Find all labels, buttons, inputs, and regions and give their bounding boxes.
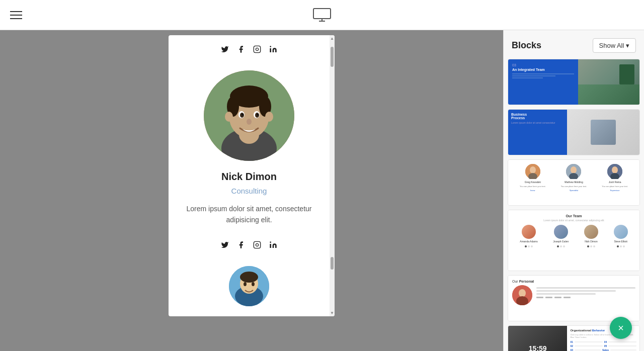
twitter-icon-bottom[interactable] xyxy=(221,241,229,251)
card-scrollbar[interactable]: ▲ ▼ xyxy=(330,35,335,316)
org-num-r1: 04 xyxy=(604,340,607,343)
org-list-item-2: 02 05 xyxy=(570,344,636,347)
close-icon: × xyxy=(618,322,624,334)
our-team-dots-4 xyxy=(617,245,625,247)
twitter-icon-top[interactable] xyxy=(221,45,229,55)
svg-point-41 xyxy=(519,289,526,297)
scroll-up-arrow[interactable]: ▲ xyxy=(330,35,335,42)
svg-point-35 xyxy=(571,166,577,173)
facebook-icon-bottom[interactable] xyxy=(237,241,245,251)
org-list-item-3: 03 Sales xyxy=(570,348,636,351)
org-time: 15:59 xyxy=(529,344,547,351)
our-team-avatar-1 xyxy=(522,225,536,239)
card-inner: Nick Dimon Consulting Lorem ipsum dolor … xyxy=(169,35,335,316)
our-team-dots-3 xyxy=(587,245,595,247)
person-name: Nick Dimon xyxy=(184,171,314,183)
scroll-down-arrow[interactable]: ▼ xyxy=(330,310,335,316)
scroll-thumb-top[interactable] xyxy=(331,47,334,67)
team-name-1: Greg Kowalski xyxy=(525,181,541,184)
our-team-member-2: Joseph Galen xyxy=(553,225,569,247)
our-team-member-4: Steve Elliott xyxy=(614,225,628,247)
canvas-area: ▲ ▼ xyxy=(0,30,503,351)
thumb-business-process: BusinessProcess Lorem ipsum dolor sit am… xyxy=(508,110,639,155)
scroll-track xyxy=(330,42,335,310)
profile-card: ▲ ▼ xyxy=(169,35,335,316)
instagram-icon-top[interactable] xyxy=(253,45,261,55)
our-team-dots-2 xyxy=(557,245,565,247)
template-our-team[interactable]: Our Team Lorem ipsum dolor sit amet, con… xyxy=(508,210,640,271)
show-all-button[interactable]: Show All ▾ xyxy=(593,38,636,53)
our-team-title: Our Team xyxy=(512,214,635,218)
avatar-preview-small xyxy=(229,266,269,306)
header-center xyxy=(313,8,331,22)
svg-point-17 xyxy=(242,114,244,116)
monitor-icon xyxy=(313,8,331,22)
our-team-sub: Lorem ipsum dolor sit amet, consectetur … xyxy=(512,219,635,222)
svg-point-24 xyxy=(270,241,271,243)
svg-point-19 xyxy=(247,119,252,125)
team-role-1: You can place here your text. xyxy=(520,185,546,188)
team-link-3: Supervisor xyxy=(610,189,620,192)
thumb-our-personal: Our Personal xyxy=(508,276,639,321)
person-bio: Lorem ipsum dolor sit amet, consectetur … xyxy=(184,203,314,226)
avatar xyxy=(204,70,294,161)
org-text-r1 xyxy=(608,341,636,342)
org-text-r3 xyxy=(610,349,636,350)
template-our-personal[interactable]: Our Personal xyxy=(508,275,640,321)
svg-rect-0 xyxy=(313,9,331,19)
org-num-r3: Sales xyxy=(602,348,609,351)
linkedin-icon-bottom[interactable] xyxy=(269,241,277,251)
thumb-integrated-team: 03 An Integrated Team xyxy=(508,59,639,105)
our-team-dots-1 xyxy=(525,245,533,247)
svg-point-5 xyxy=(270,46,271,47)
team-member-1: Greg Kowalski You can place here your te… xyxy=(520,164,546,192)
social-icons-top xyxy=(184,35,314,65)
facebook-icon-top[interactable] xyxy=(237,45,245,55)
main-layout: ▲ ▼ xyxy=(0,30,644,351)
our-team-row: Amanda Adams Joseph Galen xyxy=(512,225,635,247)
template-business-process[interactable]: BusinessProcess Lorem ipsum dolor sit am… xyxy=(508,109,640,155)
svg-point-20 xyxy=(225,112,233,122)
org-text-3 xyxy=(575,349,601,350)
our-team-avatar-3 xyxy=(584,225,598,239)
social-icons-bottom xyxy=(184,236,314,261)
org-text-2 xyxy=(575,345,603,346)
our-team-member-3: Nick Dimon xyxy=(584,225,598,247)
svg-point-18 xyxy=(257,114,259,116)
sidebar-title: Blocks xyxy=(512,40,541,51)
sidebar-header: Blocks Show All ▾ xyxy=(504,30,644,59)
org-num-3: 03 xyxy=(570,348,573,351)
our-team-avatar-2 xyxy=(554,225,568,239)
org-list-item-1: 01 04 xyxy=(570,340,636,343)
team-avatar-3 xyxy=(607,164,622,179)
header xyxy=(0,0,644,30)
org-text-r2 xyxy=(608,345,636,346)
org-num-2: 02 xyxy=(570,344,573,347)
org-left: 15:59 xyxy=(508,326,567,351)
sidebar-content: 03 An Integrated Team xyxy=(504,59,644,351)
our-team-member-name-2: Joseph Galen xyxy=(553,240,569,243)
fab-button[interactable]: × xyxy=(610,317,632,339)
team-role-3: You can place here your text. xyxy=(602,185,628,188)
svg-point-32 xyxy=(530,166,536,173)
svg-rect-22 xyxy=(254,241,260,248)
org-img-placeholder: 15:59 xyxy=(508,326,567,351)
instagram-icon-bottom[interactable] xyxy=(253,241,261,251)
svg-point-38 xyxy=(612,166,618,173)
linkedin-icon-top[interactable] xyxy=(269,45,277,55)
team-link-1: know xyxy=(530,189,535,192)
svg-point-30 xyxy=(252,282,255,286)
hamburger-menu[interactable] xyxy=(10,11,22,19)
org-title-blue: Behavior xyxy=(592,329,605,332)
svg-point-28 xyxy=(240,272,258,283)
team-row: Greg Kowalski You can place here your te… xyxy=(512,164,635,192)
thumb-our-team: Our Team Lorem ipsum dolor sit amet, con… xyxy=(508,210,639,271)
thumb-business-title: BusinessProcess xyxy=(511,113,564,120)
template-team-simple[interactable]: Greg Kowalski You can place here your te… xyxy=(508,159,640,206)
team-name-2: Mathew Molding xyxy=(565,181,583,184)
our-team-member-name-1: Amanda Adams xyxy=(520,240,537,243)
team-link-2: Specialist xyxy=(570,189,578,192)
scroll-thumb-bottom[interactable] xyxy=(331,257,334,270)
our-team-member-name-3: Nick Dimon xyxy=(585,240,598,243)
template-integrated-team[interactable]: 03 An Integrated Team xyxy=(508,59,640,105)
